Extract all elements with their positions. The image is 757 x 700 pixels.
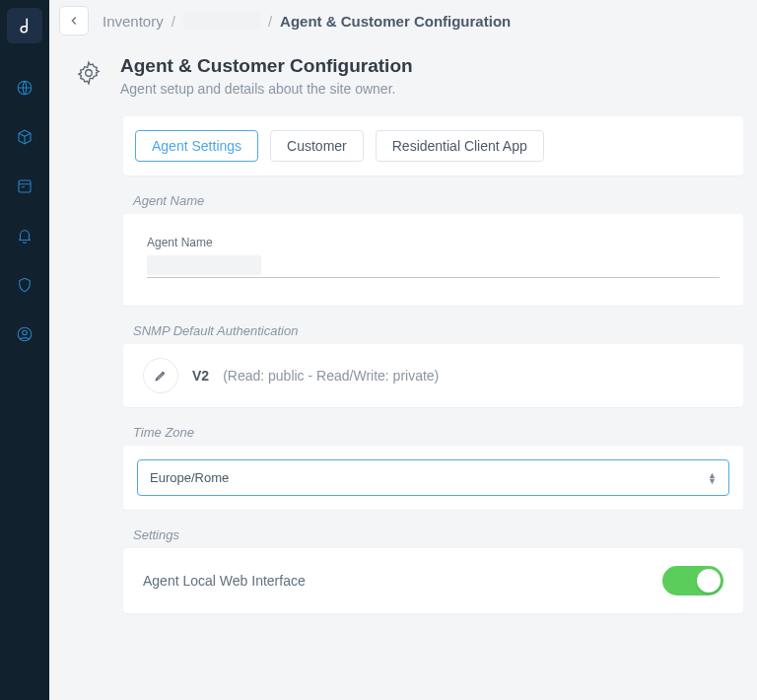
tab-customer[interactable]: Customer [270, 130, 364, 162]
gear-icon [71, 55, 106, 91]
svg-point-3 [23, 330, 28, 335]
agent-name-field-label: Agent Name [147, 236, 720, 249]
timezone-panel: Europe/Rome ▲▼ [123, 446, 743, 510]
package-icon[interactable] [14, 126, 35, 148]
breadcrumb-current: Agent & Customer Configuration [280, 13, 511, 30]
settings-item-label: Agent Local Web Interface [143, 573, 306, 589]
breadcrumb-masked[interactable] [183, 12, 260, 30]
user-icon[interactable] [14, 323, 35, 345]
tab-agent-settings[interactable]: Agent Settings [135, 130, 258, 162]
bell-icon[interactable] [14, 225, 35, 246]
tabs-card: Agent Settings Customer Residential Clie… [123, 116, 743, 175]
snmp-panel: V2 (Read: public - Read/Write: private) [123, 344, 743, 407]
edit-snmp-button[interactable] [143, 358, 178, 393]
settings-panel: Agent Local Web Interface [123, 548, 743, 613]
breadcrumb-sep: / [172, 13, 175, 30]
page-subtitle: Agent setup and details about the site o… [120, 81, 413, 97]
timezone-select[interactable]: Europe/Rome ▲▼ [137, 459, 729, 496]
dashboard-icon[interactable] [14, 175, 35, 197]
snmp-detail: (Read: public - Read/Write: private) [223, 368, 439, 384]
breadcrumb: Inventory / / Agent & Customer Configura… [103, 12, 511, 30]
shield-icon[interactable] [14, 274, 35, 296]
snmp-version: V2 [192, 368, 209, 384]
section-label-snmp: SNMP Default Authentication [133, 323, 743, 338]
breadcrumb-row: Inventory / / Agent & Customer Configura… [49, 0, 757, 41]
globe-icon[interactable] [14, 77, 35, 99]
svg-rect-1 [19, 180, 31, 192]
section-label-agent-name: Agent Name [133, 193, 743, 208]
page-title: Agent & Customer Configuration [120, 55, 413, 77]
agent-name-panel: Agent Name [123, 214, 743, 306]
local-web-toggle[interactable] [662, 566, 723, 595]
stepper-icon: ▲▼ [708, 472, 717, 484]
input-underline [147, 277, 720, 278]
content: Agent Settings Customer Residential Clie… [49, 116, 757, 613]
breadcrumb-sep: / [268, 13, 272, 30]
tab-residential[interactable]: Residential Client App [376, 130, 544, 162]
section-label-timezone: Time Zone [133, 425, 743, 440]
pencil-icon [154, 369, 168, 383]
timezone-value: Europe/Rome [150, 470, 229, 485]
agent-name-value[interactable] [147, 255, 261, 275]
section-label-settings: Settings [133, 527, 743, 542]
svg-point-4 [86, 70, 93, 77]
side-nav [0, 0, 49, 700]
main-area: Inventory / / Agent & Customer Configura… [49, 0, 757, 700]
app-logo[interactable] [7, 8, 42, 43]
back-button[interactable] [59, 6, 89, 35]
breadcrumb-root[interactable]: Inventory [103, 13, 164, 30]
page-header: Agent & Customer Configuration Agent set… [49, 41, 757, 116]
